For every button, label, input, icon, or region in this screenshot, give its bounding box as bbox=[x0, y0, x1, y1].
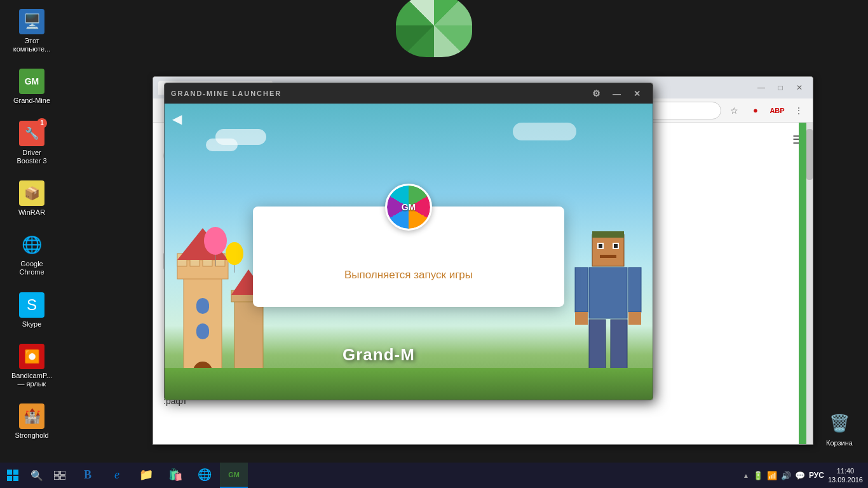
grand-mine-label: Grand-Mine bbox=[13, 97, 50, 105]
recycle-bin-label: Корзина bbox=[826, 439, 853, 447]
dialog-status-text: Выполняется запуск игры bbox=[344, 269, 473, 281]
taskbar-word-app[interactable]: B bbox=[74, 463, 102, 488]
launcher-settings-button[interactable]: ⚙ bbox=[588, 86, 606, 101]
skype-icon: S bbox=[19, 292, 44, 318]
desktop-icon-google-chrome[interactable]: 🌐 GoogleChrome bbox=[6, 229, 57, 279]
chrome-scrollbar[interactable] bbox=[806, 123, 813, 444]
taskbar-start-button[interactable] bbox=[0, 463, 25, 488]
taskbar-search-button[interactable]: 🔍 bbox=[25, 464, 48, 487]
svg-rect-38 bbox=[60, 471, 65, 475]
driver-booster-icon: 🔧 1 bbox=[19, 121, 44, 146]
desktop-icon-driver-booster[interactable]: 🔧 1 DriverBooster 3 bbox=[6, 118, 57, 168]
taskbar-right-area: ▲ 🔋 📶 🔊 💬 РУС 11:40 13.09.2016 bbox=[743, 466, 868, 485]
chrome-menu-button[interactable]: ⋮ bbox=[790, 102, 808, 119]
dialog-gm-logo: GM bbox=[387, 186, 430, 229]
taskbar-volume-icon[interactable]: 🔊 bbox=[781, 471, 791, 480]
svg-rect-22 bbox=[600, 255, 616, 258]
taskbar-launcher-app[interactable]: GM bbox=[220, 463, 248, 488]
chrome-close-button[interactable]: ✕ bbox=[791, 81, 808, 95]
svg-point-13 bbox=[204, 227, 227, 255]
google-chrome-icon: 🌐 bbox=[19, 232, 44, 257]
taskbar-date-value: 13.09.2016 bbox=[828, 475, 863, 484]
launcher-minimize-button[interactable]: — bbox=[608, 86, 626, 101]
desktop-icon-grand-mine[interactable]: GM Grand-Mine bbox=[6, 66, 57, 107]
taskbar-network-icon: 📶 bbox=[767, 471, 777, 480]
taskbar-apps: B e 📁 🛍️ 🌐 GM bbox=[74, 463, 248, 488]
driver-booster-badge: 1 bbox=[37, 118, 47, 128]
desktop-icon-skype[interactable]: S Skype bbox=[6, 290, 57, 331]
svg-rect-28 bbox=[628, 312, 641, 325]
taskbar-language[interactable]: РУС bbox=[809, 471, 824, 480]
chrome-green-strip bbox=[799, 123, 806, 444]
grand-mine-icon: GM bbox=[19, 69, 44, 94]
cloud-1b bbox=[206, 139, 238, 151]
taskbar-clock: 11:40 13.09.2016 bbox=[828, 466, 863, 485]
svg-rect-40 bbox=[60, 476, 65, 480]
desktop-icon-winrar[interactable]: 📦 WinRAR bbox=[6, 178, 57, 219]
svg-rect-36 bbox=[13, 476, 18, 481]
google-chrome-label: GoogleChrome bbox=[19, 260, 44, 276]
taskbar-chrome-app[interactable]: 🌐 bbox=[191, 463, 219, 488]
cloud-2 bbox=[513, 123, 576, 140]
launcher-titlebar: GRAND-MINE LAUNCHER ⚙ — ✕ bbox=[165, 83, 653, 104]
svg-rect-33 bbox=[7, 470, 12, 475]
launcher-close-button[interactable]: ✕ bbox=[628, 86, 646, 101]
desktop-icon-this-computer[interactable]: 🖥️ Этот компьюте... bbox=[6, 6, 57, 56]
chrome-minimize-button[interactable]: — bbox=[753, 81, 770, 95]
svg-rect-35 bbox=[7, 476, 12, 481]
launcher-body: Grand-M ◀ GM Выполняется запуск игры bbox=[165, 104, 653, 400]
svg-rect-23 bbox=[592, 231, 624, 238]
bandicam-label: BandicamP...— ярлык bbox=[11, 372, 52, 388]
taskbar-battery-icon: 🔋 bbox=[753, 471, 763, 480]
svg-rect-8 bbox=[196, 323, 209, 339]
windows-logo-icon bbox=[6, 469, 19, 482]
launcher-window-controls: ⚙ — ✕ bbox=[588, 86, 646, 101]
svg-rect-26 bbox=[628, 268, 641, 312]
svg-point-14 bbox=[226, 242, 243, 265]
svg-rect-21 bbox=[614, 244, 618, 248]
driver-booster-label: DriverBooster 3 bbox=[17, 149, 46, 165]
desktop-icon-bandicam[interactable]: ⏺️ BandicamP...— ярлык bbox=[6, 341, 57, 391]
launcher-back-button[interactable]: ◀ bbox=[172, 111, 182, 126]
desktop-icon-stronghold[interactable]: 🏰 Stronghold bbox=[6, 401, 57, 442]
taskbar-notification-icon[interactable]: 💬 bbox=[795, 471, 805, 480]
svg-rect-7 bbox=[196, 298, 209, 314]
desktop-icons-container: 🖥️ Этот компьюте... GM Grand-Mine 🔧 1 Dr… bbox=[6, 6, 57, 442]
task-view-icon bbox=[54, 471, 65, 480]
top-character bbox=[383, 0, 485, 76]
chrome-bookmark-button[interactable]: ☆ bbox=[725, 102, 743, 119]
recycle-bin-icon: 🗑️ bbox=[827, 411, 852, 437]
dialog-logo-container: GM bbox=[385, 184, 432, 231]
taskbar-time-value: 11:40 bbox=[828, 466, 863, 475]
launcher-ground bbox=[165, 368, 653, 400]
launcher-title: GRAND-MINE LAUNCHER bbox=[171, 90, 583, 97]
chrome-opera-icon[interactable]: ● bbox=[747, 102, 764, 119]
skype-label: Skype bbox=[22, 320, 42, 329]
chrome-adblock-button[interactable]: ABP bbox=[768, 102, 786, 119]
svg-rect-37 bbox=[54, 471, 59, 475]
launcher-dialog: GM Выполняется запуск игры bbox=[253, 207, 564, 307]
launcher-window: GRAND-MINE LAUNCHER ⚙ — ✕ bbox=[164, 83, 653, 400]
taskbar-edge-app[interactable]: e bbox=[103, 463, 131, 488]
svg-rect-24 bbox=[589, 268, 627, 318]
taskbar: 🔍 B e 📁 🛍️ 🌐 GM ▲ 🔋 📶 🔊 💬 РУС bbox=[0, 463, 868, 488]
svg-rect-17 bbox=[592, 234, 624, 266]
winrar-label: WinRAR bbox=[18, 208, 45, 217]
taskbar-task-view-button[interactable] bbox=[48, 464, 71, 487]
chrome-maximize-button[interactable]: □ bbox=[772, 81, 789, 95]
chrome-window-controls: — □ ✕ bbox=[753, 81, 808, 95]
svg-rect-34 bbox=[13, 470, 18, 475]
svg-rect-25 bbox=[575, 268, 588, 312]
taskbar-store-app[interactable]: 🛍️ bbox=[161, 463, 189, 488]
taskbar-explorer-app[interactable]: 📁 bbox=[132, 463, 160, 488]
stronghold-label: Stronghold bbox=[15, 431, 48, 440]
bandicam-icon: ⏺️ bbox=[19, 344, 44, 369]
svg-rect-27 bbox=[575, 312, 588, 325]
taskbar-arrow-up-icon[interactable]: ▲ bbox=[743, 472, 749, 479]
svg-rect-39 bbox=[54, 476, 59, 480]
launcher-game-title: Grand-M bbox=[342, 345, 415, 365]
top-char-head bbox=[396, 0, 472, 57]
this-computer-icon: 🖥️ bbox=[19, 9, 44, 34]
recycle-bin[interactable]: 🗑️ Корзина bbox=[817, 409, 862, 450]
chrome-scrollbar-thumb[interactable] bbox=[806, 129, 813, 180]
